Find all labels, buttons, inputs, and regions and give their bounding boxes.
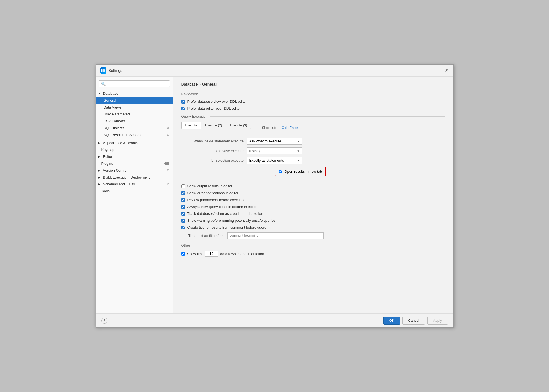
- sidebar-item-version-control[interactable]: ▶ Version Control ⧉: [96, 167, 173, 174]
- sidebar-item-label: Editor: [103, 155, 112, 159]
- title-bar-left: DB Settings: [100, 67, 123, 74]
- bottom-buttons: OK Cancel Apply: [383, 317, 448, 325]
- show-output-label: Show output results in editor: [187, 184, 232, 188]
- chevron-right-icon: ▶: [98, 169, 101, 172]
- tab-execute[interactable]: Execute: [181, 122, 201, 129]
- help-button[interactable]: ?: [101, 318, 107, 324]
- sidebar-item-schemas-dtds[interactable]: ▶ Schemas and DTDs ⧉: [96, 181, 173, 188]
- sidebar-item-label: Tools: [101, 189, 110, 193]
- sidebar-item-sql-resolution-scopes[interactable]: SQL Resolution Scopes ⧉: [96, 131, 173, 138]
- copy-icon: ⧉: [167, 133, 169, 137]
- create-title-label: Create title for results from comment be…: [187, 225, 266, 229]
- show-first-row: Show first data rows in documentation: [181, 251, 445, 257]
- tab-execute2[interactable]: Execute (2): [201, 122, 226, 129]
- sidebar-item-label: Version Control: [103, 168, 128, 172]
- sidebar-item-label: Keymap: [101, 148, 115, 152]
- track-db-label: Track databases/schemas creation and del…: [187, 212, 263, 216]
- otherwise-label: otherwise execute:: [181, 149, 245, 153]
- chevron-right-icon: ▶: [98, 176, 101, 179]
- sidebar-item-label: Appearance & Behavior: [103, 141, 141, 145]
- treat-text-row: Treat text as title after: [188, 232, 445, 239]
- checkbox-show-output: Show output results in editor: [181, 184, 445, 188]
- breadcrumb-parent: Database: [181, 82, 198, 86]
- sidebar-item-label: User Parameters: [104, 112, 131, 116]
- show-error-checkbox[interactable]: [181, 191, 185, 195]
- sidebar-item-label: CSV Formats: [104, 119, 125, 123]
- always-toolbar-checkbox[interactable]: [181, 205, 185, 209]
- navigation-section-title: Navigation: [181, 92, 445, 96]
- sidebar-item-editor[interactable]: ▶ Editor: [96, 153, 173, 160]
- checkbox-create-title: Create title for results from comment be…: [181, 225, 445, 229]
- show-first-input[interactable]: [205, 251, 218, 257]
- ok-button[interactable]: OK: [383, 317, 400, 325]
- copy-icon: ⧉: [167, 169, 169, 172]
- search-input[interactable]: [107, 82, 167, 86]
- close-button[interactable]: ✕: [445, 68, 449, 73]
- checkbox-show-error: Show error notifications in editor: [181, 191, 445, 195]
- show-first-checkbox[interactable]: [181, 252, 185, 256]
- prefer-db-view-label: Prefer database view over DDL editor: [187, 99, 247, 104]
- sidebar-item-plugins[interactable]: Plugins 1: [96, 160, 173, 167]
- sidebar-item-keymap[interactable]: Keymap: [96, 146, 173, 153]
- search-icon: 🔍: [101, 82, 106, 86]
- cancel-button[interactable]: Cancel: [402, 317, 425, 325]
- treat-text-input[interactable]: [227, 232, 324, 239]
- show-warning-checkbox[interactable]: [181, 219, 185, 223]
- dialog-title: Settings: [109, 68, 123, 73]
- sidebar-item-label: SQL Resolution Scopes: [104, 133, 142, 137]
- breadcrumb-separator: ›: [199, 82, 201, 86]
- track-db-checkbox[interactable]: [181, 212, 185, 216]
- copy-icon: ⧉: [167, 182, 169, 186]
- show-first-suffix: data rows in documentation: [220, 252, 264, 256]
- for-selection-row: for selection execute: Exactly as statem…: [181, 157, 445, 164]
- sidebar-item-database[interactable]: ▼ Database: [96, 90, 173, 97]
- open-results-highlighted-box: Open results in new tab: [275, 167, 326, 176]
- search-box[interactable]: 🔍: [99, 80, 170, 87]
- app-icon: DB: [100, 67, 106, 74]
- breadcrumb: Database › General: [181, 82, 445, 86]
- tab-execute3[interactable]: Execute (3): [226, 122, 251, 129]
- when-inside-label: When inside statement execute:: [181, 139, 245, 143]
- create-title-checkbox[interactable]: [181, 226, 185, 229]
- show-error-label: Show error notifications in editor: [187, 191, 239, 195]
- sidebar-item-csv-formats[interactable]: CSV Formats: [96, 118, 173, 125]
- sidebar-item-appearance-behavior[interactable]: ▶ Appearance & Behavior: [96, 139, 173, 146]
- sidebar-item-label: SQL Dialects: [104, 126, 124, 130]
- for-selection-select-wrapper: Exactly as statements Execute statement …: [247, 157, 302, 164]
- when-inside-select[interactable]: Ask what to execute Execute statement Ex…: [247, 138, 302, 145]
- sidebar-item-label: Schemas and DTDs: [103, 182, 135, 186]
- sidebar-item-general[interactable]: General: [96, 97, 173, 104]
- checkbox-review-params: Review parameters before execution: [181, 198, 445, 202]
- show-output-checkbox[interactable]: [181, 184, 185, 188]
- when-inside-row: When inside statement execute: Ask what …: [181, 138, 445, 145]
- checkbox-prefer-db-view: Prefer database view over DDL editor: [181, 99, 445, 104]
- apply-button[interactable]: Apply: [427, 317, 448, 325]
- dialog-body: 🔍 ▼ Database General Data Views User Par…: [96, 77, 453, 313]
- breadcrumb-current: General: [202, 82, 217, 86]
- sidebar-item-label: Build, Execution, Deployment: [103, 175, 150, 179]
- main-content: Database › General Navigation Prefer dat…: [173, 77, 453, 313]
- chevron-right-icon: ▶: [98, 155, 101, 158]
- shortcut-value[interactable]: Ctrl+Enter: [282, 126, 298, 130]
- sidebar-item-sql-dialects[interactable]: SQL Dialects ⧉: [96, 125, 173, 131]
- plugins-badge: 1: [164, 162, 169, 165]
- execute-tabs: Execute Execute (2) Execute (3): [181, 122, 251, 129]
- review-params-checkbox[interactable]: [181, 198, 185, 202]
- sidebar-item-tools[interactable]: Tools: [96, 188, 173, 194]
- always-toolbar-label: Always show query console toolbar in edi…: [187, 205, 257, 209]
- prefer-data-editor-checkbox[interactable]: [181, 107, 185, 110]
- sidebar-item-label: Data Views: [104, 105, 122, 109]
- sidebar-item-label: Plugins: [101, 161, 113, 166]
- open-results-checkbox[interactable]: [279, 170, 282, 173]
- chevron-right-icon: ▶: [98, 141, 101, 144]
- prefer-db-view-checkbox[interactable]: [181, 100, 185, 104]
- checkbox-show-warning: Show warning before running potentially …: [181, 218, 445, 223]
- for-selection-select[interactable]: Exactly as statements Execute statement …: [247, 157, 302, 164]
- for-selection-label: for selection execute:: [181, 158, 245, 163]
- sidebar-item-build-execution[interactable]: ▶ Build, Execution, Deployment: [96, 174, 173, 181]
- otherwise-select[interactable]: Nothing Execute statement Execute all As…: [247, 147, 302, 154]
- sidebar-item-data-views[interactable]: Data Views: [96, 104, 173, 111]
- settings-dialog: DB Settings ✕ 🔍 ▼ Database General Data …: [96, 64, 454, 328]
- open-results-label: Open results in new tab: [285, 169, 322, 174]
- sidebar-item-user-parameters[interactable]: User Parameters: [96, 111, 173, 118]
